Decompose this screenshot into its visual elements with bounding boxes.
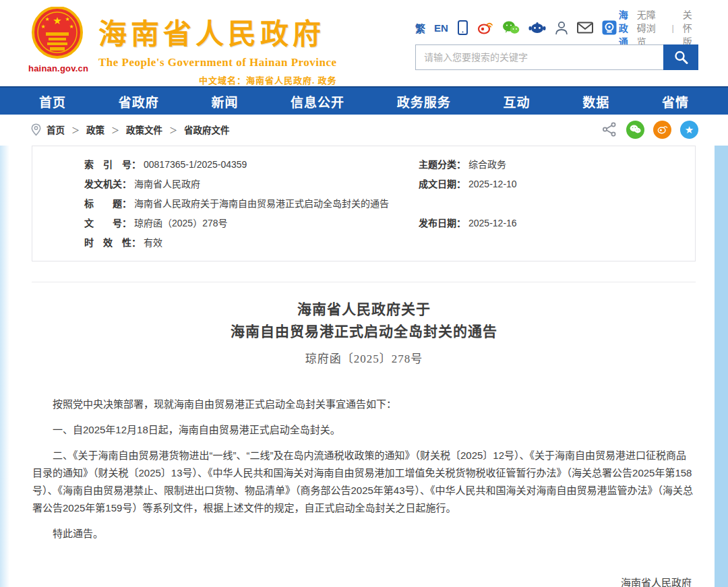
meta-label-title: 标 题： — [84, 194, 131, 214]
document-signature: 海南省人民政府 2025年12月10日 — [0, 574, 692, 587]
meta-row: 标 题： 海南省人民政府关于海南自由贸易港正式启动全岛封关的通告 — [32, 194, 695, 214]
nav-item-province-profile[interactable]: 省情 — [662, 92, 689, 111]
search-input[interactable] — [415, 44, 663, 70]
meta-label-topic-category: 主题分类： — [419, 155, 466, 175]
nav-item-home[interactable]: 首页 — [39, 92, 66, 111]
nav-item-gov-services[interactable]: 政务服务 — [397, 92, 451, 111]
crumb-separator: ＞ — [71, 124, 80, 135]
haizhengtong-label: 海政通 — [619, 7, 628, 48]
nav-item-interaction[interactable]: 互动 — [504, 92, 530, 111]
traditional-chinese-link[interactable]: 繁 — [415, 21, 425, 35]
meta-row: 文 号： 琼府函（2025）278号 发布日期： 2025-12-16 — [32, 214, 695, 233]
svg-text:★: ★ — [44, 16, 49, 22]
weibo-share-icon — [657, 125, 668, 134]
meta-label-issuing-agency: 发文机关： — [84, 175, 131, 194]
crumb-policy-documents[interactable]: 政策文件 — [126, 123, 162, 136]
share-weibo-button[interactable] — [653, 121, 671, 139]
meta-value-title: 海南省人民政府关于海南自由贸易港正式启动全岛封关的通告 — [134, 194, 389, 214]
nav-item-provincial-government[interactable]: 省政府 — [119, 92, 159, 111]
document-title-line2: 海南自由贸易港正式启动全岛封关的通告 — [0, 321, 728, 343]
meta-label-doc-number: 文 号： — [84, 214, 131, 233]
mail-icon[interactable] — [577, 22, 593, 34]
national-emblem-icon: ★ ★ ★ ★ ★ — [28, 7, 86, 62]
paragraph-intro: 按照党中央决策部署，现就海南自由贸易港正式启动全岛封关事宜通告如下： — [32, 396, 696, 413]
robot-assistant-icon[interactable] — [528, 22, 546, 34]
share-buttons: ★ — [601, 121, 698, 139]
wechat-icon[interactable] — [502, 21, 520, 35]
meta-value-written-date: 2025-12-10 — [468, 175, 517, 194]
svg-text:★: ★ — [65, 16, 69, 22]
paragraph-item-2: 二、《关于海南自由贸易港货物进出“一线”、“二线”及在岛内流通税收政策的通知》（… — [32, 447, 696, 517]
page-content: 索 引 号： 00817365-1/2025-04359 主题分类： 综合政务 … — [0, 146, 728, 587]
site-header: ★ ★ ★ ★ ★ hainan.gov.cn 海南省人民政府 The Peop… — [0, 0, 728, 86]
quick-links-row: 繁 EN 海政通 — [415, 19, 698, 36]
crumb-separator: ＞ — [111, 124, 119, 135]
search-icon — [673, 50, 688, 65]
breadcrumb: 首页 ＞ 政策 ＞ 政策文件 ＞ 省政府文件 — [31, 123, 601, 136]
haizhengtong-app-icon — [602, 20, 617, 35]
share-icon[interactable] — [601, 121, 617, 137]
site-domain-line: 中文域名：海南省人民政府. 政务 — [98, 73, 337, 86]
meta-value-topic-category: 综合政务 — [468, 155, 506, 175]
crumb-home[interactable]: 首页 — [47, 123, 65, 136]
crumb-separator: ＞ — [169, 124, 177, 135]
meta-label-validity: 时 效 性： — [84, 233, 141, 253]
document-title-block: 海南省人民政府关于 海南自由贸易港正式启动全岛封关的通告 琼府函〔2025〕27… — [0, 299, 728, 366]
svg-text:★: ★ — [69, 24, 73, 30]
document-title-line1: 海南省人民政府关于 — [0, 299, 728, 321]
meta-row: 发文机关： 海南省人民政府 成文日期： 2025-12-10 — [32, 175, 695, 194]
document-number: 琼府函〔2025〕278号 — [0, 349, 728, 366]
site-logo[interactable]: ★ ★ ★ ★ ★ hainan.gov.cn — [28, 7, 86, 73]
search-bar — [415, 44, 698, 70]
meta-value-index-number: 00817365-1/2025-04359 — [144, 155, 247, 175]
nav-item-info-disclosure[interactable]: 信息公开 — [291, 92, 344, 111]
qzone-star-icon: ★ — [685, 125, 694, 135]
meta-value-validity: 有效 — [144, 233, 162, 253]
site-title-en: The People's Government of Hainan Provin… — [98, 56, 337, 69]
care-version-link[interactable]: 关怀版 — [683, 7, 698, 48]
site-title: 海南省人民政府 — [98, 11, 337, 52]
svg-text:★: ★ — [40, 24, 45, 30]
document-body: 按照党中央决策部署，现就海南自由贸易港正式启动全岛封关事宜通告如下： 一、自20… — [0, 396, 728, 543]
document-meta-card: 索 引 号： 00817365-1/2025-04359 主题分类： 综合政务 … — [32, 146, 696, 261]
share-wechat-button[interactable] — [626, 121, 644, 139]
svg-text:★: ★ — [53, 15, 61, 26]
meta-value-issuing-agency: 海南省人民政府 — [134, 175, 200, 194]
user-icon[interactable] — [555, 20, 568, 35]
meta-value-doc-number: 琼府函（2025）278号 — [134, 214, 228, 233]
signature-issuer: 海南省人民政府 — [0, 574, 692, 587]
section-divider — [32, 282, 696, 282]
breadcrumb-bar: 首页 ＞ 政策 ＞ 政策文件 ＞ 省政府文件 ★ — [0, 115, 728, 144]
site-title-block: 海南省人民政府 The People's Government of Haina… — [98, 11, 337, 86]
meta-label-publish-date: 发布日期： — [419, 214, 466, 233]
accessibility-link[interactable]: 无障碍浏览 — [637, 7, 663, 48]
meta-row: 索 引 号： 00817365-1/2025-04359 主题分类： 综合政务 — [32, 155, 695, 175]
paragraph-closing: 特此通告。 — [32, 525, 696, 543]
main-nav: 首页 省政府 新闻 信息公开 政务服务 互动 数据 省情 — [0, 86, 728, 115]
header-utilities: 繁 EN 海政通 — [415, 19, 698, 70]
search-button[interactable] — [663, 44, 698, 70]
weibo-icon[interactable] — [477, 21, 493, 34]
nav-item-data[interactable]: 数据 — [582, 92, 609, 111]
haizhengtong-link[interactable]: 海政通 — [602, 7, 628, 48]
meta-label-index-number: 索 引 号： — [84, 155, 141, 175]
crumb-policy[interactable]: 政策 — [86, 123, 104, 136]
meta-row: 时 效 性： 有效 — [32, 233, 695, 253]
english-link[interactable]: EN — [434, 22, 448, 34]
location-pin-icon — [31, 123, 41, 136]
quick-links-separator: | — [671, 23, 673, 33]
nav-item-news[interactable]: 新闻 — [211, 92, 238, 111]
wechat-share-icon — [630, 125, 641, 134]
share-qzone-button[interactable]: ★ — [680, 121, 698, 139]
mobile-icon[interactable] — [457, 20, 468, 35]
meta-value-publish-date: 2025-12-16 — [468, 214, 517, 233]
meta-label-written-date: 成文日期： — [419, 175, 466, 194]
crumb-provincial-gov-documents[interactable]: 省政府文件 — [184, 123, 230, 136]
logo-domain-text: hainan.gov.cn — [28, 63, 86, 73]
paragraph-item-1: 一、自2025年12月18日起，海南自由贸易港正式启动全岛封关。 — [32, 421, 696, 439]
